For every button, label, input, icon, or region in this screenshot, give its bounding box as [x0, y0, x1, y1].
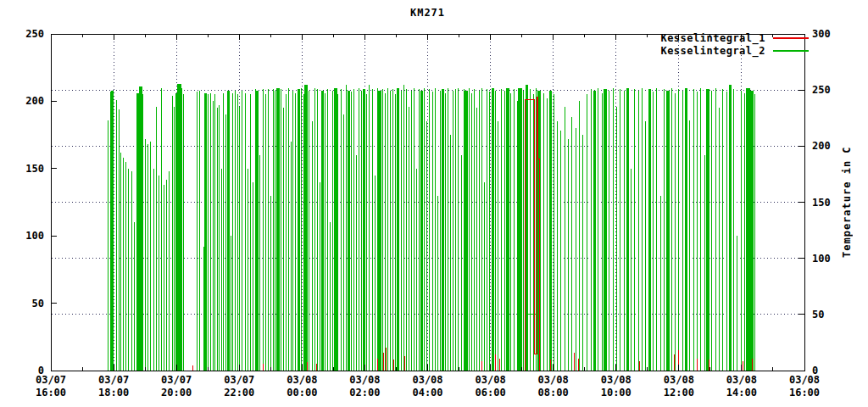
- x-tick-label-date: 03/08: [664, 374, 694, 386]
- x-tick-label-date: 03/07: [36, 374, 66, 386]
- chart-title: KM271: [51, 7, 804, 19]
- plot-canvas: 05010015020025005010015020025030003/0716…: [0, 0, 868, 407]
- x-tick-label-date: 03/07: [224, 374, 254, 386]
- x-tick-label-time: 20:00: [161, 387, 192, 399]
- x-tick-label-date: 03/08: [538, 374, 569, 386]
- legend-label: Kesselintegral_1: [660, 32, 765, 44]
- x-tick-label-date: 03/07: [98, 374, 129, 386]
- x-tick-label-time: 10:00: [601, 387, 632, 399]
- legend-item-kesselintegral-1: Kesselintegral_1: [660, 31, 809, 44]
- x-tick-label-time: 16:00: [36, 387, 66, 399]
- series-kesselintegral_2: [108, 84, 754, 371]
- x-tick-label-time: 14:00: [726, 387, 757, 399]
- y-right-tick-label: 300: [812, 28, 831, 40]
- x-tick-label-date: 03/08: [349, 374, 380, 386]
- x-tick-label-date: 03/08: [601, 374, 632, 386]
- x-tick-label-time: 02:00: [349, 387, 380, 399]
- x-tick-label-time: 22:00: [224, 387, 254, 399]
- legend: Kesselintegral_1 Kesselintegral_2: [660, 31, 809, 57]
- x-tick-label-time: 18:00: [98, 387, 129, 399]
- x-tick-label-time: 06:00: [476, 387, 506, 399]
- right-axis-title: Temperature in C: [841, 34, 854, 371]
- x-tick-label-time: 00:00: [287, 387, 317, 399]
- legend-label: Kesselintegral_2: [660, 45, 765, 57]
- x-tick-label-time: 16:00: [789, 387, 820, 399]
- x-tick-label-time: 12:00: [664, 387, 694, 399]
- y-right-tick-label: 150: [812, 197, 831, 209]
- y-left-tick-label: 150: [25, 163, 44, 175]
- y-right-tick-label: 50: [812, 309, 824, 321]
- x-tick-label-time: 04:00: [412, 387, 442, 399]
- legend-line-sample-green: [773, 50, 809, 52]
- legend-line-sample-red: [773, 37, 809, 39]
- y-left-tick-label: 200: [25, 95, 44, 107]
- x-tick-label-date: 03/08: [726, 374, 757, 386]
- x-tick-label-date: 03/08: [476, 374, 506, 386]
- y-left-tick-label: 250: [25, 28, 44, 40]
- x-tick-label-date: 03/08: [789, 374, 820, 386]
- y-right-tick-label: 200: [812, 140, 831, 152]
- x-tick-label-date: 03/07: [161, 374, 192, 386]
- grid-lines: [52, 35, 804, 370]
- x-tick-label-time: 08:00: [538, 387, 569, 399]
- y-right-tick-label: 250: [812, 84, 831, 96]
- y-right-tick-label: 100: [812, 253, 831, 265]
- gnuplot-chart-window: KM271 Kesselintegral_1 Kesselintegral_2 …: [0, 0, 868, 407]
- y-left-tick-label: 50: [32, 298, 44, 309]
- legend-item-kesselintegral-2: Kesselintegral_2: [660, 44, 809, 57]
- x-tick-label-date: 03/08: [287, 374, 317, 386]
- x-tick-label-date: 03/08: [412, 374, 442, 386]
- y-left-tick-label: 100: [25, 230, 44, 242]
